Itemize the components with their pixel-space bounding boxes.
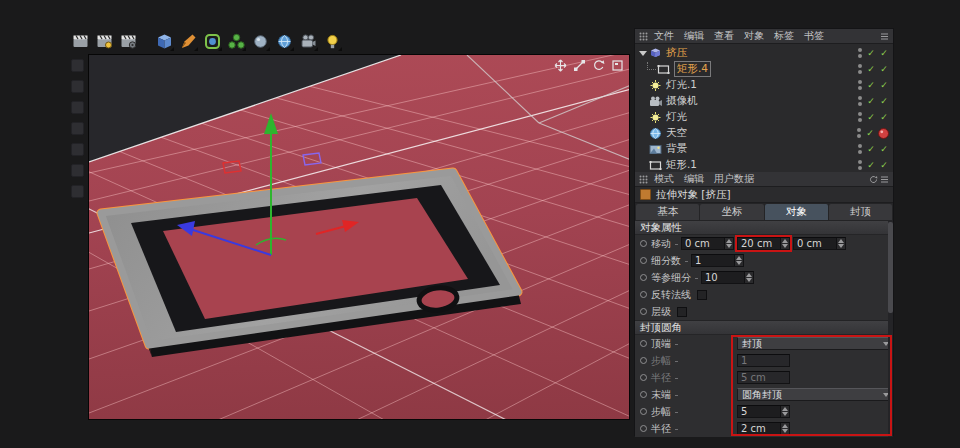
panel-grid-icon[interactable] bbox=[639, 32, 648, 41]
menu-object[interactable]: 对象 bbox=[740, 29, 768, 43]
object-row-sky[interactable]: 天空 ✓ bbox=[635, 125, 893, 141]
keyframe-dot-icon[interactable] bbox=[640, 340, 647, 347]
3d-viewport[interactable] bbox=[88, 54, 630, 420]
spinner-arrows-icon[interactable] bbox=[780, 423, 789, 434]
menu-view[interactable]: 查看 bbox=[710, 29, 738, 43]
history-icon[interactable] bbox=[869, 175, 878, 184]
side-tool-icon[interactable] bbox=[71, 101, 84, 114]
object-row-background[interactable]: 背景 ✓ ✓ bbox=[635, 141, 893, 157]
tab-caps[interactable]: 封顶 bbox=[829, 204, 892, 220]
zoom-icon[interactable] bbox=[573, 59, 586, 72]
keyframe-dot-icon[interactable] bbox=[640, 425, 647, 432]
pan-icon[interactable] bbox=[554, 59, 567, 72]
enable-check-icon[interactable]: ✓ bbox=[866, 161, 876, 170]
visibility-dots-icon[interactable] bbox=[858, 96, 862, 106]
enable-check-icon[interactable]: ✓ bbox=[866, 113, 876, 122]
cap-start-dropdown[interactable]: 封顶 bbox=[737, 337, 893, 350]
enable-check-icon[interactable]: ✓ bbox=[879, 145, 889, 154]
phone-model[interactable] bbox=[101, 172, 521, 357]
enable-check-icon[interactable]: ✓ bbox=[866, 81, 876, 90]
keyframe-dot-icon[interactable] bbox=[640, 357, 647, 364]
move-y-field[interactable]: 20 cm bbox=[737, 237, 790, 250]
object-label[interactable]: 灯光 bbox=[666, 110, 687, 124]
sky-environment-icon[interactable] bbox=[274, 31, 295, 52]
keyframe-dot-icon[interactable] bbox=[640, 240, 647, 247]
side-tool-icon[interactable] bbox=[71, 143, 84, 156]
panel-options-icon[interactable] bbox=[880, 32, 889, 41]
pen-spline-icon[interactable] bbox=[178, 31, 199, 52]
enable-check-icon[interactable]: ✓ bbox=[879, 113, 889, 122]
spinner-arrows-icon[interactable] bbox=[836, 238, 845, 249]
light-icon[interactable] bbox=[322, 31, 343, 52]
enable-check-icon[interactable]: ✓ bbox=[879, 65, 889, 74]
menu-user-data[interactable]: 用户数据 bbox=[710, 172, 758, 186]
scrollbar-thumb[interactable] bbox=[888, 222, 893, 313]
panel-options-icon[interactable] bbox=[880, 175, 889, 184]
object-label[interactable]: 挤压 bbox=[666, 46, 687, 60]
render-picture-viewer-icon[interactable] bbox=[94, 31, 115, 52]
enable-check-icon[interactable]: ✓ bbox=[879, 81, 889, 90]
keyframe-dot-icon[interactable] bbox=[640, 308, 647, 315]
object-label[interactable]: 背景 bbox=[666, 142, 687, 156]
object-row-light1[interactable]: 灯光.1 ✓ ✓ bbox=[635, 77, 893, 93]
enable-check-icon[interactable]: ✓ bbox=[866, 97, 876, 106]
tab-object[interactable]: 对象 bbox=[765, 204, 828, 220]
enable-check-icon[interactable]: ✓ bbox=[866, 65, 876, 74]
tab-basic[interactable]: 基本 bbox=[636, 204, 699, 220]
camera-icon[interactable] bbox=[298, 31, 319, 52]
array-generator-icon[interactable] bbox=[226, 31, 247, 52]
object-row-extrude[interactable]: 挤压 ✓ ✓ bbox=[635, 45, 893, 61]
plane-handle-z[interactable] bbox=[303, 153, 321, 165]
visibility-dots-icon[interactable] bbox=[858, 80, 862, 90]
section-header-object-properties[interactable]: 对象属性 bbox=[635, 220, 893, 235]
side-tool-icon[interactable] bbox=[71, 185, 84, 198]
keyframe-dot-icon[interactable] bbox=[640, 374, 647, 381]
y-axis-arrow[interactable] bbox=[264, 113, 278, 134]
rotate-icon[interactable] bbox=[592, 59, 605, 72]
visibility-dots-icon[interactable] bbox=[857, 128, 861, 138]
visibility-dots-icon[interactable] bbox=[858, 144, 862, 154]
object-label[interactable]: 天空 bbox=[666, 126, 687, 140]
object-row-rectangle1[interactable]: 矩形.1 ✓ ✓ bbox=[635, 157, 893, 173]
subdivision-field[interactable]: 1 bbox=[691, 254, 744, 267]
maximize-icon[interactable] bbox=[611, 59, 624, 72]
object-row-light[interactable]: 灯光 ✓ ✓ bbox=[635, 109, 893, 125]
enable-check-icon[interactable]: ✓ bbox=[879, 161, 889, 170]
menu-bookmarks[interactable]: 书签 bbox=[800, 29, 828, 43]
side-tool-icon[interactable] bbox=[71, 59, 84, 72]
keyframe-dot-icon[interactable] bbox=[640, 408, 647, 415]
expand-arrow-icon[interactable] bbox=[639, 51, 647, 56]
menu-mode[interactable]: 模式 bbox=[650, 172, 678, 186]
metaball-icon[interactable] bbox=[250, 31, 271, 52]
enable-check-icon[interactable]: ✓ bbox=[866, 145, 876, 154]
attribute-scrollbar[interactable] bbox=[888, 220, 893, 437]
menu-edit[interactable]: 编辑 bbox=[680, 29, 708, 43]
cap-radius-end-field[interactable]: 2 cm bbox=[737, 422, 790, 435]
enable-check-icon[interactable]: ✓ bbox=[865, 129, 875, 138]
menu-tags[interactable]: 标签 bbox=[770, 29, 798, 43]
render-settings-icon[interactable] bbox=[118, 31, 139, 52]
visibility-dots-icon[interactable] bbox=[858, 64, 862, 74]
enable-check-icon[interactable]: ✓ bbox=[866, 49, 876, 58]
spinner-arrows-icon[interactable] bbox=[724, 238, 733, 249]
section-header-cap-rounding[interactable]: 封顶圆角 bbox=[635, 320, 893, 335]
tab-coordinates[interactable]: 坐标 bbox=[700, 204, 763, 220]
keyframe-dot-icon[interactable] bbox=[640, 257, 647, 264]
object-label[interactable]: 矩形.4 bbox=[674, 61, 711, 77]
flip-normals-checkbox[interactable] bbox=[697, 290, 707, 300]
sky-material-tag-icon[interactable] bbox=[878, 128, 889, 139]
subdivision-surface-icon[interactable] bbox=[202, 31, 223, 52]
object-label[interactable]: 矩形.1 bbox=[666, 158, 697, 172]
object-label[interactable]: 摄像机 bbox=[666, 94, 698, 108]
object-row-rectangle4[interactable]: 矩形.4 ✓ ✓ bbox=[635, 61, 893, 77]
spinner-arrows-icon[interactable] bbox=[744, 272, 753, 283]
object-label[interactable]: 灯光.1 bbox=[666, 78, 697, 92]
menu-file[interactable]: 文件 bbox=[650, 29, 678, 43]
object-row-camera[interactable]: 摄像机 ✓ ✓ bbox=[635, 93, 893, 109]
cap-end-dropdown[interactable]: 圆角封顶 bbox=[737, 388, 893, 401]
enable-check-icon[interactable]: ✓ bbox=[879, 97, 889, 106]
hierarchy-checkbox[interactable] bbox=[677, 307, 687, 317]
panel-grid-icon[interactable] bbox=[639, 175, 648, 184]
visibility-dots-icon[interactable] bbox=[858, 48, 862, 58]
spinner-arrows-icon[interactable] bbox=[780, 238, 789, 249]
